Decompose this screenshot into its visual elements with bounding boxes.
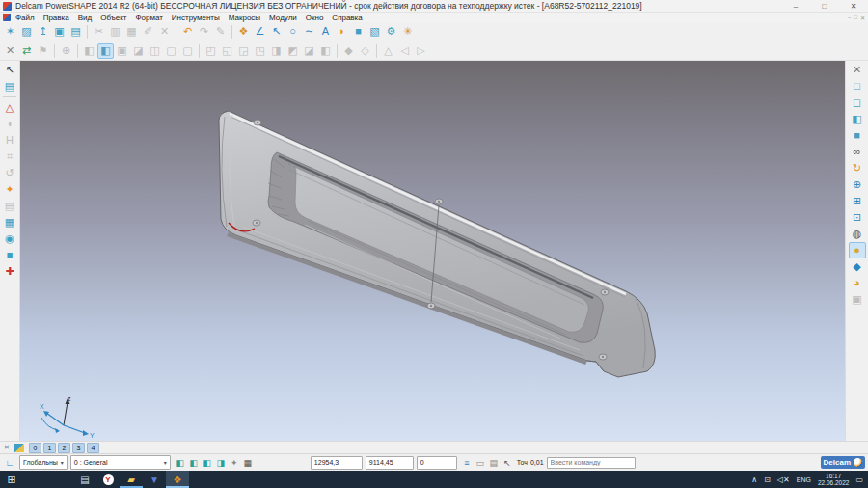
menu-file[interactable]: Файл: [15, 14, 35, 22]
taskbar-app-yandex[interactable]: Y: [96, 471, 120, 488]
model-3d[interactable]: [20, 61, 845, 441]
print-icon[interactable]: ▤: [68, 24, 84, 40]
tray-caret-icon[interactable]: ∧: [751, 475, 757, 484]
keypad-icon[interactable]: ▤: [487, 456, 501, 469]
close-views-icon[interactable]: ✕: [849, 62, 866, 78]
levels-close-icon[interactable]: ✕: [4, 444, 10, 451]
feature-icon[interactable]: ▧: [366, 24, 383, 40]
menu-window[interactable]: Окно: [306, 14, 324, 22]
start-button[interactable]: ⊞: [0, 471, 23, 488]
level-tab-4[interactable]: 4: [87, 443, 99, 453]
iso1-view-icon[interactable]: □: [849, 78, 866, 95]
zoom-box-icon[interactable]: ⊡: [849, 209, 866, 226]
rotate-view-icon[interactable]: ↻: [849, 160, 866, 176]
ruler-icon[interactable]: ▭: [474, 456, 487, 469]
workplane-select[interactable]: Глобальны ▾: [19, 455, 68, 470]
level-tab-2[interactable]: 2: [58, 443, 70, 453]
coord-x-box[interactable]: 12954,3: [311, 456, 363, 470]
text-icon[interactable]: A: [317, 24, 334, 40]
level-tab-0[interactable]: 0: [29, 443, 41, 453]
save-icon[interactable]: ▣: [51, 24, 68, 40]
workplane-icon[interactable]: ❖: [235, 24, 252, 40]
menu-edit[interactable]: Правка: [43, 14, 69, 22]
level-select[interactable]: 0 : General ▾: [70, 455, 171, 470]
filter-surfaces-icon[interactable]: ◧: [201, 456, 214, 469]
assembly-icon[interactable]: ⚙: [383, 24, 399, 40]
clipboard-workplane-icon[interactable]: ▤: [1, 78, 18, 95]
zoom-full-icon[interactable]: ⊞: [849, 193, 866, 209]
clock[interactable]: 16:17 22.06.2022: [818, 473, 850, 487]
level-tab-1[interactable]: 1: [43, 443, 56, 453]
filter-workplanes-icon[interactable]: ◧: [174, 456, 187, 469]
levels-lock-icon[interactable]: ▦: [1, 214, 18, 230]
solid-selected-icon[interactable]: ◧: [97, 43, 114, 59]
menu-macros[interactable]: Макросы: [229, 14, 260, 22]
maximize-button[interactable]: □: [810, 0, 839, 13]
undo-icon[interactable]: ↶: [179, 24, 196, 40]
magnify-icon[interactable]: ◉: [1, 230, 18, 247]
iso2-view-icon[interactable]: ◻: [849, 95, 866, 111]
circle-icon[interactable]: ○: [285, 24, 301, 40]
taskbar-app-explorer[interactable]: ▰: [120, 471, 143, 488]
mdi-minimize-button[interactable]: –: [848, 14, 851, 21]
intelligent-cursor-icon[interactable]: ≡: [460, 456, 474, 469]
menu-format[interactable]: Формат: [135, 14, 162, 22]
pointer-tol-icon[interactable]: ↖: [501, 456, 514, 469]
tooling-icon[interactable]: ✦: [1, 181, 18, 198]
select-cursor-icon[interactable]: ↖: [1, 62, 18, 78]
action-center-icon[interactable]: ▭: [855, 475, 863, 484]
filter-wireframe-icon[interactable]: ◧: [187, 456, 201, 469]
network-icon[interactable]: ⊡: [764, 475, 771, 484]
menu-view[interactable]: Вид: [78, 14, 92, 22]
levels-icon[interactable]: [14, 444, 24, 452]
globe-wireframe-icon[interactable]: ◍: [849, 226, 866, 242]
filter-solids-icon[interactable]: ◨: [214, 456, 228, 469]
language-indicator[interactable]: ENG: [797, 476, 811, 483]
menu-help[interactable]: Справка: [332, 14, 362, 22]
solid-icon[interactable]: ■: [350, 24, 366, 40]
coord-y-box[interactable]: 9114,45: [366, 456, 414, 470]
mdi-close-button[interactable]: ✕: [860, 14, 865, 21]
menu-modules[interactable]: Модули: [269, 14, 297, 22]
curve-icon[interactable]: ∼: [301, 24, 317, 40]
iso3-view-icon[interactable]: ◧: [849, 111, 866, 127]
feature-tree-icon[interactable]: ⇄: [18, 43, 35, 59]
viewport[interactable]: z X Y: [20, 61, 845, 441]
arc-icon[interactable]: ↖: [268, 24, 285, 40]
tolerance-value[interactable]: 0,01: [530, 459, 544, 466]
multi-view-icon[interactable]: ◆: [849, 258, 866, 275]
taskbar-app-document[interactable]: ▤: [73, 471, 96, 488]
line-icon[interactable]: ∠: [252, 24, 268, 40]
surface-icon[interactable]: ◗: [334, 24, 350, 40]
taskbar-app-viewer[interactable]: ▼: [143, 471, 166, 488]
annotation-warning-icon[interactable]: △: [1, 99, 18, 116]
mdi-window-controls[interactable]: – □ ✕: [848, 14, 865, 21]
level-select-value: 0 : General: [74, 459, 108, 466]
speaker-muted-icon[interactable]: ◁✕: [777, 475, 790, 484]
wizard-icon[interactable]: ✳: [399, 24, 416, 40]
command-input[interactable]: [547, 457, 636, 469]
block-icon[interactable]: ■: [1, 247, 18, 263]
import-icon[interactable]: ↥: [35, 24, 51, 40]
sparkle-filter-icon[interactable]: ✦: [228, 456, 241, 469]
minimize-button[interactable]: –: [781, 0, 810, 13]
close-button[interactable]: ✕: [839, 0, 868, 13]
shaded-view-icon[interactable]: ■: [849, 127, 866, 144]
grid-icon[interactable]: ▦: [241, 456, 255, 469]
zoom-in-icon[interactable]: ⊕: [849, 176, 866, 193]
new-model-icon[interactable]: ✶: [2, 24, 18, 40]
render-sphere-icon[interactable]: ◕: [849, 275, 866, 291]
workplane-mini-icon[interactable]: ∟: [3, 456, 16, 469]
open-model-icon[interactable]: ▨: [18, 24, 35, 40]
coord-z-box[interactable]: 0: [417, 456, 457, 470]
taskbar-app-powershape[interactable]: ❖: [166, 471, 189, 488]
mdi-restore-button[interactable]: □: [854, 14, 857, 21]
globe-shaded-icon[interactable]: ●: [849, 242, 866, 258]
boolean-union-icon: ◰: [203, 43, 219, 59]
close-toolbar-icon[interactable]: ✕: [2, 43, 18, 59]
level-tab-3[interactable]: 3: [72, 443, 85, 453]
model-doctor-icon[interactable]: ✚: [1, 263, 18, 280]
menu-object[interactable]: Объект: [100, 14, 126, 22]
glasses-view-icon[interactable]: ∞: [849, 144, 866, 160]
menu-tools[interactable]: Инструменты: [172, 14, 220, 22]
